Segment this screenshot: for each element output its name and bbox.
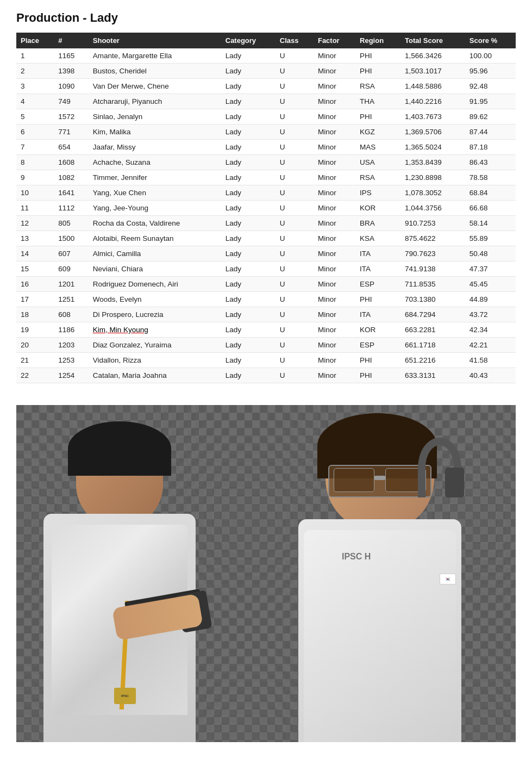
col-shooter: Shooter bbox=[89, 33, 221, 48]
class-cell: U bbox=[276, 185, 314, 201]
place-cell: 5 bbox=[16, 109, 54, 125]
category-cell: Lady bbox=[221, 185, 276, 201]
category-cell: Lady bbox=[221, 246, 276, 262]
category-cell: Lady bbox=[221, 140, 276, 155]
score-pct-cell: 68.84 bbox=[465, 185, 516, 201]
total-score-cell: 790.7623 bbox=[400, 246, 465, 262]
total-score-cell: 1,403.7673 bbox=[400, 109, 465, 125]
results-table: Place # Shooter Category Class Factor Re… bbox=[16, 33, 516, 383]
total-score-cell: 1,448.5886 bbox=[400, 79, 465, 94]
table-row: 31090Van Der Merwe, CheneLadyUMinorRSA1,… bbox=[16, 79, 516, 94]
total-score-cell: 711.8535 bbox=[400, 277, 465, 292]
table-row: 171251Woods, EvelynLadyUMinorPHI703.1380… bbox=[16, 292, 516, 307]
category-cell: Lady bbox=[221, 368, 276, 383]
category-cell: Lady bbox=[221, 277, 276, 292]
number-cell: 1253 bbox=[54, 353, 89, 368]
factor-cell: Minor bbox=[314, 368, 355, 383]
class-cell: U bbox=[276, 109, 314, 125]
photo-container: IPSC bbox=[16, 405, 516, 742]
factor-cell: Minor bbox=[314, 170, 355, 185]
place-cell: 21 bbox=[16, 353, 54, 368]
class-cell: U bbox=[276, 307, 314, 322]
region-cell: USA bbox=[355, 155, 400, 170]
number-cell: 608 bbox=[54, 307, 89, 322]
factor-cell: Minor bbox=[314, 231, 355, 246]
place-cell: 7 bbox=[16, 140, 54, 155]
category-cell: Lady bbox=[221, 353, 276, 368]
table-header-row: Place # Shooter Category Class Factor Re… bbox=[16, 33, 516, 48]
total-score-cell: 633.3131 bbox=[400, 368, 465, 383]
table-row: 111112Yang, Jee-YoungLadyUMinorKOR1,044.… bbox=[16, 201, 516, 216]
number-cell: 805 bbox=[54, 216, 89, 231]
factor-cell: Minor bbox=[314, 64, 355, 79]
table-row: 91082Timmer, JenniferLadyUMinorRSA1,230.… bbox=[16, 170, 516, 185]
score-pct-cell: 47.37 bbox=[465, 262, 516, 277]
shooter-cell: Vidallon, Rizza bbox=[89, 353, 221, 368]
score-pct-cell: 44.89 bbox=[465, 292, 516, 307]
score-pct-cell: 87.18 bbox=[465, 140, 516, 155]
place-cell: 11 bbox=[16, 201, 54, 216]
number-cell: 771 bbox=[54, 125, 89, 140]
shooter-cell: Yang, Xue Chen bbox=[89, 185, 221, 201]
cap-left bbox=[68, 421, 171, 476]
number-cell: 1641 bbox=[54, 185, 89, 201]
col-category: Category bbox=[221, 33, 276, 48]
class-cell: U bbox=[276, 262, 314, 277]
category-cell: Lady bbox=[221, 231, 276, 246]
total-score-cell: 1,353.8439 bbox=[400, 155, 465, 170]
category-cell: Lady bbox=[221, 262, 276, 277]
place-cell: 12 bbox=[16, 216, 54, 231]
class-cell: U bbox=[276, 338, 314, 353]
factor-cell: Minor bbox=[314, 353, 355, 368]
shooter-cell: Atchararuji, Piyanuch bbox=[89, 94, 221, 109]
place-cell: 22 bbox=[16, 368, 54, 383]
total-score-cell: 1,440.2216 bbox=[400, 94, 465, 109]
number-cell: 609 bbox=[54, 262, 89, 277]
number-cell: 1251 bbox=[54, 292, 89, 307]
table-row: 51572Sinlao, JenalynLadyUMinorPHI1,403.7… bbox=[16, 109, 516, 125]
figure-group: IPSC bbox=[16, 405, 516, 742]
region-cell: ITA bbox=[355, 262, 400, 277]
photo-bg: IPSC bbox=[16, 405, 516, 742]
torso-right: IPSC H 🇰🇷 bbox=[298, 519, 461, 742]
total-score-cell: 661.1718 bbox=[400, 338, 465, 353]
page-title: Production - Lady bbox=[16, 11, 516, 25]
region-cell: PHI bbox=[355, 353, 400, 368]
region-cell: RSA bbox=[355, 170, 400, 185]
score-pct-cell: 100.00 bbox=[465, 48, 516, 64]
score-pct-cell: 86.43 bbox=[465, 155, 516, 170]
factor-cell: Minor bbox=[314, 201, 355, 216]
total-score-cell: 651.2216 bbox=[400, 353, 465, 368]
table-row: 15609Neviani, ChiaraLadyUMinorITA741.913… bbox=[16, 262, 516, 277]
class-cell: U bbox=[276, 277, 314, 292]
factor-cell: Minor bbox=[314, 109, 355, 125]
total-score-cell: 1,369.5706 bbox=[400, 125, 465, 140]
region-cell: PHI bbox=[355, 292, 400, 307]
score-pct-cell: 66.68 bbox=[465, 201, 516, 216]
factor-cell: Minor bbox=[314, 322, 355, 338]
shooter-cell: Kim, Min Kyoung bbox=[89, 322, 221, 338]
number-cell: 1186 bbox=[54, 322, 89, 338]
score-pct-cell: 42.21 bbox=[465, 338, 516, 353]
col-region: Region bbox=[355, 33, 400, 48]
place-cell: 18 bbox=[16, 307, 54, 322]
factor-cell: Minor bbox=[314, 125, 355, 140]
number-cell: 1254 bbox=[54, 368, 89, 383]
table-row: 81608Achache, SuzanaLadyUMinorUSA1,353.8… bbox=[16, 155, 516, 170]
total-score-cell: 910.7253 bbox=[400, 216, 465, 231]
total-score-cell: 875.4622 bbox=[400, 231, 465, 246]
region-cell: IPS bbox=[355, 185, 400, 201]
place-cell: 15 bbox=[16, 262, 54, 277]
region-cell: MAS bbox=[355, 140, 400, 155]
score-pct-cell: 92.48 bbox=[465, 79, 516, 94]
col-score-pct: Score % bbox=[465, 33, 516, 48]
score-pct-cell: 95.96 bbox=[465, 64, 516, 79]
class-cell: U bbox=[276, 231, 314, 246]
shooter-cell: Diaz Gonzalez, Yuraima bbox=[89, 338, 221, 353]
score-pct-cell: 45.45 bbox=[465, 277, 516, 292]
place-cell: 14 bbox=[16, 246, 54, 262]
class-cell: U bbox=[276, 368, 314, 383]
region-cell: THA bbox=[355, 94, 400, 109]
total-score-cell: 703.1380 bbox=[400, 292, 465, 307]
place-cell: 2 bbox=[16, 64, 54, 79]
